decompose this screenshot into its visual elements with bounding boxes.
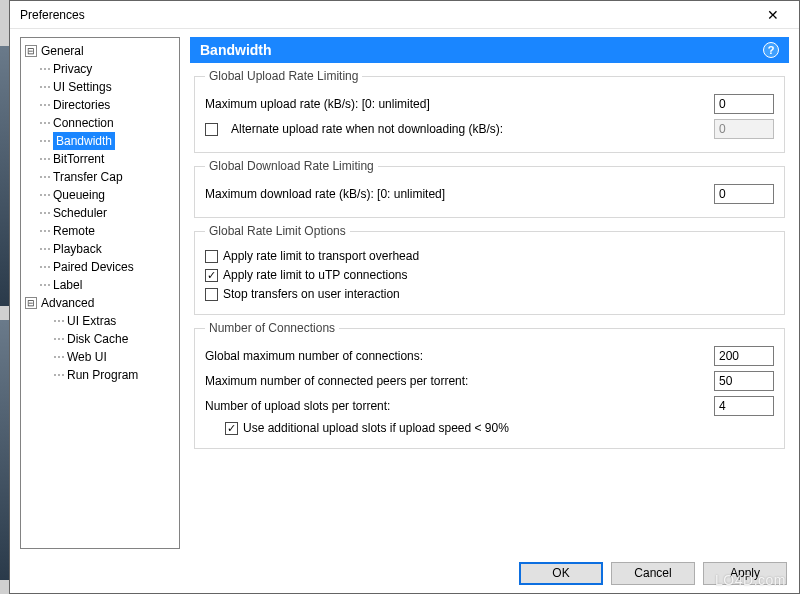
input-slots[interactable]: [714, 396, 774, 416]
checkbox-alt-upload[interactable]: [205, 123, 218, 136]
tree-dash-icon: ⋯: [39, 222, 49, 240]
label-utp: Apply rate limit to uTP connections: [223, 268, 408, 282]
tree-item-directories[interactable]: ⋯Directories: [23, 96, 177, 114]
label-add-slots: Use additional upload slots if upload sp…: [243, 421, 509, 435]
close-button[interactable]: ✕: [753, 3, 793, 27]
tree-item-disk-cache[interactable]: ⋯Disk Cache: [23, 330, 177, 348]
label-max-download: Maximum download rate (kB/s): [0: unlimi…: [205, 187, 706, 201]
preferences-dialog: Preferences ✕ ⊟ General ⋯Privacy ⋯UI Set…: [9, 0, 800, 594]
tree-label: UI Extras: [67, 312, 116, 330]
input-global-conn[interactable]: [714, 346, 774, 366]
tree-item-ui-extras[interactable]: ⋯UI Extras: [23, 312, 177, 330]
panel-title: Bandwidth: [200, 42, 763, 58]
tree-label: Label: [53, 276, 82, 294]
tree-item-advanced[interactable]: ⊟ Advanced: [23, 294, 177, 312]
tree-label: Scheduler: [53, 204, 107, 222]
tree-label: Bandwidth: [53, 132, 115, 150]
close-icon: ✕: [767, 7, 779, 23]
tree-dash-icon: ⋯: [39, 240, 49, 258]
tree-dash-icon: ⋯: [53, 312, 63, 330]
tree-item-ui-settings[interactable]: ⋯UI Settings: [23, 78, 177, 96]
tree-item-privacy[interactable]: ⋯Privacy: [23, 60, 177, 78]
row-peers: Maximum number of connected peers per to…: [205, 371, 774, 391]
label-peers: Maximum number of connected peers per to…: [205, 374, 706, 388]
tree-dash-icon: ⋯: [39, 78, 49, 96]
tree-item-general[interactable]: ⊟ General: [23, 42, 177, 60]
collapse-icon[interactable]: ⊟: [25, 297, 37, 309]
tree-item-run-program[interactable]: ⋯Run Program: [23, 366, 177, 384]
window-title: Preferences: [20, 8, 753, 22]
apply-button[interactable]: Apply: [703, 562, 787, 585]
collapse-icon[interactable]: ⊟: [25, 45, 37, 57]
label-global-conn: Global maximum number of connections:: [205, 349, 706, 363]
row-max-upload: Maximum upload rate (kB/s): [0: unlimite…: [205, 94, 774, 114]
input-max-upload[interactable]: [714, 94, 774, 114]
dialog-body: ⊟ General ⋯Privacy ⋯UI Settings ⋯Directo…: [10, 29, 799, 553]
tree-dash-icon: ⋯: [53, 330, 63, 348]
input-alt-upload: [714, 119, 774, 139]
tree-item-bittorrent[interactable]: ⋯BitTorrent: [23, 150, 177, 168]
tree-label: General: [41, 42, 84, 60]
tree-item-bandwidth[interactable]: ⋯Bandwidth: [23, 132, 177, 150]
checkbox-stop[interactable]: [205, 288, 218, 301]
settings-panel: Bandwidth ? Global Upload Rate Limiting …: [190, 37, 789, 549]
row-alt-upload: Alternate upload rate when not downloadi…: [205, 119, 774, 139]
tree-label: Run Program: [67, 366, 138, 384]
tree-label: Web UI: [67, 348, 107, 366]
tree-item-playback[interactable]: ⋯Playback: [23, 240, 177, 258]
input-max-download[interactable]: [714, 184, 774, 204]
bg-strip: [0, 46, 9, 306]
tree-item-remote[interactable]: ⋯Remote: [23, 222, 177, 240]
tree-item-connection[interactable]: ⋯Connection: [23, 114, 177, 132]
ok-button[interactable]: OK: [519, 562, 603, 585]
tree-item-label[interactable]: ⋯Label: [23, 276, 177, 294]
tree-label: BitTorrent: [53, 150, 104, 168]
tree-dash-icon: ⋯: [53, 348, 63, 366]
tree-dash-icon: ⋯: [39, 60, 49, 78]
tree-dash-icon: ⋯: [39, 114, 49, 132]
tree-item-transfer-cap[interactable]: ⋯Transfer Cap: [23, 168, 177, 186]
tree-dash-icon: ⋯: [39, 186, 49, 204]
tree-dash-icon: ⋯: [39, 276, 49, 294]
checkbox-add-slots[interactable]: [225, 422, 238, 435]
tree-label: Paired Devices: [53, 258, 134, 276]
tree-dash-icon: ⋯: [39, 132, 49, 150]
row-overhead: Apply rate limit to transport overhead: [205, 249, 774, 263]
tree-dash-icon: ⋯: [39, 168, 49, 186]
tree-item-web-ui[interactable]: ⋯Web UI: [23, 348, 177, 366]
titlebar: Preferences ✕: [10, 1, 799, 29]
tree-label: Advanced: [41, 294, 94, 312]
tree-label: Connection: [53, 114, 114, 132]
tree-dash-icon: ⋯: [39, 150, 49, 168]
cancel-button[interactable]: Cancel: [611, 562, 695, 585]
checkbox-utp[interactable]: [205, 269, 218, 282]
group-legend: Number of Connections: [205, 321, 339, 335]
category-tree[interactable]: ⊟ General ⋯Privacy ⋯UI Settings ⋯Directo…: [20, 37, 180, 549]
row-stop: Stop transfers on user interaction: [205, 287, 774, 301]
row-slots: Number of upload slots per torrent:: [205, 396, 774, 416]
group-download-rate: Global Download Rate Limiting Maximum do…: [194, 159, 785, 218]
group-upload-rate: Global Upload Rate Limiting Maximum uplo…: [194, 69, 785, 153]
panel-body: Global Upload Rate Limiting Maximum uplo…: [190, 63, 789, 549]
help-icon[interactable]: ?: [763, 42, 779, 58]
tree-label: UI Settings: [53, 78, 112, 96]
group-rate-options: Global Rate Limit Options Apply rate lim…: [194, 224, 785, 315]
checkbox-overhead[interactable]: [205, 250, 218, 263]
group-legend: Global Download Rate Limiting: [205, 159, 378, 173]
group-legend: Global Upload Rate Limiting: [205, 69, 362, 83]
tree-label: Privacy: [53, 60, 92, 78]
label-stop: Stop transfers on user interaction: [223, 287, 400, 301]
bg-strip: [0, 320, 9, 580]
tree-item-queueing[interactable]: ⋯Queueing: [23, 186, 177, 204]
tree-dash-icon: ⋯: [39, 204, 49, 222]
tree-item-scheduler[interactable]: ⋯Scheduler: [23, 204, 177, 222]
tree-label: Queueing: [53, 186, 105, 204]
group-legend: Global Rate Limit Options: [205, 224, 350, 238]
label-alt-upload: Alternate upload rate when not downloadi…: [231, 122, 706, 136]
tree-item-paired-devices[interactable]: ⋯Paired Devices: [23, 258, 177, 276]
dialog-footer: OK Cancel Apply: [10, 553, 799, 593]
tree-label: Transfer Cap: [53, 168, 123, 186]
tree-label: Playback: [53, 240, 102, 258]
input-peers[interactable]: [714, 371, 774, 391]
label-max-upload: Maximum upload rate (kB/s): [0: unlimite…: [205, 97, 706, 111]
